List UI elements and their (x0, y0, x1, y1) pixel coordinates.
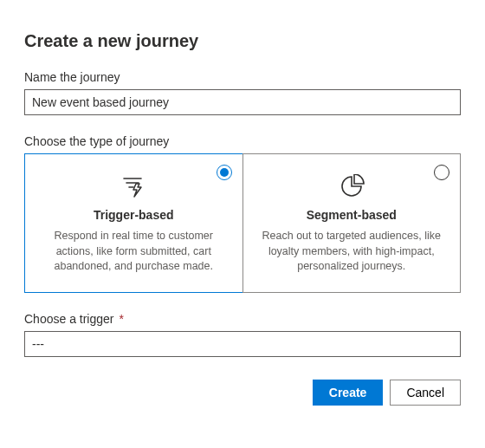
type-section: Choose the type of journey Trigger-based… (24, 134, 461, 293)
create-button[interactable]: Create (313, 380, 384, 406)
trigger-label-text: Choose a trigger (24, 312, 114, 326)
footer: Create Cancel (24, 380, 461, 406)
card-title: Trigger-based (37, 208, 230, 222)
radio-segment-based[interactable] (434, 165, 449, 180)
page-title: Create a new journey (24, 31, 461, 51)
type-label: Choose the type of journey (24, 134, 461, 148)
trigger-select-value: --- (32, 337, 44, 351)
trigger-select[interactable]: --- (24, 331, 461, 357)
segment-icon (255, 173, 449, 199)
type-cards: Trigger-based Respond in real time to cu… (24, 153, 461, 293)
card-desc: Respond in real time to customer actions… (37, 229, 230, 275)
required-mark: * (119, 312, 123, 326)
name-label: Name the journey (24, 70, 461, 84)
trigger-label: Choose a trigger * (24, 312, 461, 326)
card-title: Segment-based (255, 208, 449, 222)
card-desc: Reach out to targeted audiences, like lo… (255, 229, 449, 275)
trigger-section: Choose a trigger * --- (24, 312, 461, 357)
card-segment-based[interactable]: Segment-based Reach out to targeted audi… (242, 153, 462, 293)
card-trigger-based[interactable]: Trigger-based Respond in real time to cu… (24, 153, 243, 293)
name-section: Name the journey (24, 70, 461, 115)
radio-trigger-based[interactable] (217, 165, 232, 180)
trigger-icon (37, 173, 230, 199)
cancel-button[interactable]: Cancel (390, 380, 461, 406)
journey-name-input[interactable] (24, 89, 461, 115)
